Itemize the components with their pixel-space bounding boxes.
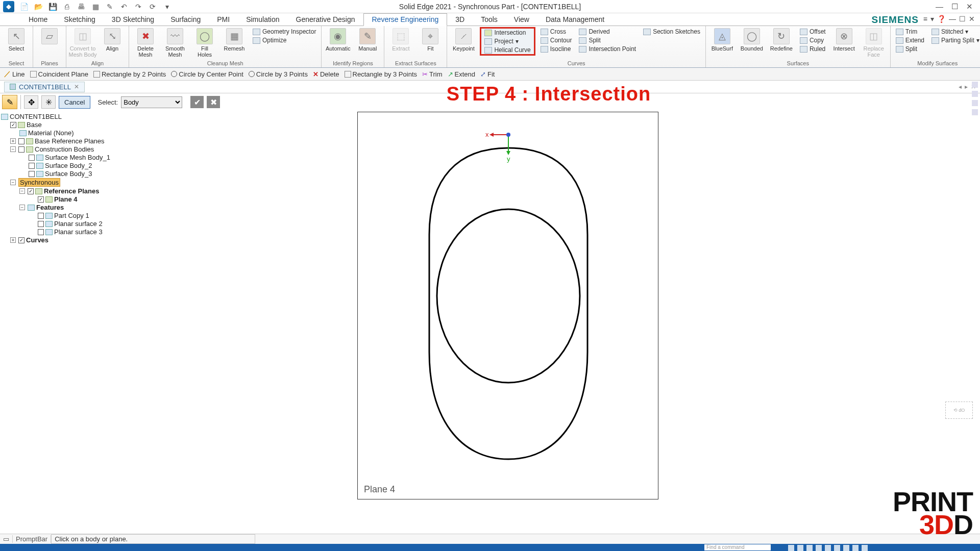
- helical-button[interactable]: Helical Curve: [482, 46, 532, 54]
- tab-simulation[interactable]: Simulation: [238, 14, 287, 26]
- checkbox[interactable]: [18, 138, 24, 144]
- delete-mesh-button[interactable]: ✖Delete Mesh: [132, 27, 159, 58]
- intersection-button[interactable]: Intersection: [482, 29, 532, 37]
- tab-sketching[interactable]: Sketching: [56, 14, 103, 26]
- undo-icon[interactable]: ↶: [119, 2, 129, 11]
- extend-surf-button[interactable]: Extend: [894, 36, 926, 44]
- tree-ps3[interactable]: Planar surface 3: [54, 228, 103, 236]
- checkbox[interactable]: [38, 213, 44, 219]
- checkbox[interactable]: [29, 155, 35, 161]
- project-button[interactable]: Project ▾: [482, 37, 532, 45]
- circle3-cmd[interactable]: Circle by 3 Points: [249, 70, 308, 78]
- checkbox[interactable]: ✓: [38, 196, 44, 203]
- expander-icon[interactable]: −: [10, 146, 16, 152]
- checkbox[interactable]: [29, 163, 35, 169]
- bluesurf-button[interactable]: ◬BlueSurf: [709, 27, 736, 52]
- tab-tools[interactable]: Tools: [473, 14, 506, 26]
- offset-button[interactable]: Offset: [798, 28, 828, 36]
- cmdbar-main-icon[interactable]: ✎: [2, 95, 17, 109]
- doc-tab-content1bell[interactable]: CONTENT1BELL ✕: [4, 82, 85, 92]
- trim-surf-button[interactable]: Trim: [894, 28, 926, 36]
- select-button[interactable]: ↖Select: [3, 27, 30, 52]
- tray-icon[interactable]: [825, 545, 831, 551]
- redo-icon[interactable]: ↷: [134, 2, 143, 11]
- rect2-cmd[interactable]: Rectangle by 2 Points: [93, 70, 166, 78]
- smooth-mesh-button[interactable]: 〰Smooth Mesh: [162, 27, 188, 58]
- expander-icon[interactable]: +: [10, 138, 16, 144]
- coincident-plane-cmd[interactable]: Coincident Plane: [30, 70, 88, 78]
- close-icon[interactable]: ✕: [966, 2, 973, 11]
- intersect-surf-button[interactable]: ⊗Intersect: [831, 27, 857, 52]
- extend-cmd[interactable]: ↗Extend: [448, 70, 475, 78]
- tree-sb3[interactable]: Surface Body_3: [45, 170, 92, 178]
- reject-button[interactable]: ✖: [207, 96, 220, 108]
- contour-button[interactable]: Contour: [538, 36, 574, 44]
- circle-center-cmd[interactable]: Circle by Center Point: [171, 70, 243, 78]
- checkbox[interactable]: [38, 221, 44, 227]
- line-cmd[interactable]: ／Line: [4, 69, 25, 79]
- checkbox[interactable]: [18, 146, 24, 153]
- refresh-icon[interactable]: ⟳: [148, 2, 157, 11]
- checkbox[interactable]: [29, 171, 35, 177]
- help-question-icon[interactable]: ❓: [937, 15, 946, 23]
- copy-button[interactable]: Copy: [798, 36, 828, 44]
- pathfinder-tree[interactable]: CONTENT1BELL ✓Base Material (None) +Base…: [0, 111, 117, 534]
- tree-baseref[interactable]: Base Reference Planes: [35, 137, 105, 145]
- bounded-button[interactable]: ◯Bounded: [739, 27, 765, 52]
- cmdbar-mode-icon[interactable]: ✳: [41, 95, 56, 109]
- tab-generative[interactable]: Generative Design: [288, 14, 363, 26]
- promptbar-icon[interactable]: ▭: [0, 535, 13, 543]
- tray-icon[interactable]: [806, 545, 813, 551]
- tree-constr[interactable]: Construction Bodies: [35, 145, 94, 153]
- tab-pmi[interactable]: PMI: [209, 14, 238, 26]
- doc-tab-close-icon[interactable]: ✕: [74, 83, 79, 90]
- remesh-button[interactable]: ▦Remesh: [221, 27, 248, 52]
- int-point-button[interactable]: Intersection Point: [577, 45, 638, 53]
- cmdbar-key-icon[interactable]: ✥: [24, 95, 38, 109]
- tree-refp[interactable]: Reference Planes: [44, 187, 99, 195]
- fit-button[interactable]: ⌖Fit: [417, 27, 444, 52]
- section-sketches-button[interactable]: Section Sketches: [641, 28, 702, 36]
- tab-nav-right-icon[interactable]: ▸: [965, 83, 968, 90]
- table-icon[interactable]: ▦: [91, 2, 100, 11]
- help-minimize-icon[interactable]: —: [949, 15, 956, 23]
- tray-icon[interactable]: [816, 545, 822, 551]
- expander-icon[interactable]: +: [10, 237, 16, 243]
- ruled-button[interactable]: Ruled: [798, 45, 828, 53]
- tray-icon[interactable]: [862, 545, 868, 551]
- checkbox[interactable]: ✓: [28, 188, 34, 194]
- optimize-button[interactable]: Optimize: [251, 36, 318, 44]
- tree-features[interactable]: Features: [36, 204, 64, 211]
- cross-button[interactable]: Cross: [538, 28, 574, 36]
- expander-icon[interactable]: −: [10, 180, 16, 185]
- open-icon[interactable]: 📂: [34, 2, 43, 11]
- expander-icon[interactable]: −: [19, 188, 25, 194]
- tray-icon[interactable]: [852, 545, 859, 551]
- maximize-icon[interactable]: ☐: [951, 2, 958, 11]
- tab-datamgmt[interactable]: Data Management: [537, 14, 612, 26]
- checkbox[interactable]: [38, 229, 44, 235]
- stitched-button[interactable]: Stitched ▾: [929, 28, 980, 36]
- fill-holes-button[interactable]: ◯Fill Holes: [191, 27, 218, 58]
- trim-cmd[interactable]: ✂Trim: [422, 70, 443, 78]
- planes-button[interactable]: ▱: [36, 27, 63, 52]
- tree-curves[interactable]: Curves: [26, 236, 48, 244]
- new-icon[interactable]: 📄: [19, 2, 29, 11]
- tree-ps2[interactable]: Planar surface 2: [54, 220, 103, 228]
- align-button[interactable]: ⤡Align: [99, 27, 126, 52]
- fit-cmd[interactable]: ⤢Fit: [480, 70, 495, 78]
- expander-icon[interactable]: −: [19, 205, 25, 210]
- checkbox[interactable]: ✓: [10, 122, 16, 128]
- delete-cmd[interactable]: ✕Delete: [313, 70, 339, 78]
- checkbox[interactable]: ✓: [18, 237, 24, 243]
- help-restore-icon[interactable]: ☐: [959, 15, 966, 23]
- tree-smb1[interactable]: Surface Mesh Body_1: [45, 154, 110, 161]
- help-caret-icon[interactable]: ▾: [930, 15, 934, 23]
- isocline-button[interactable]: Isocline: [538, 45, 574, 53]
- tab-reverse-eng[interactable]: Reverse Engineering: [363, 13, 448, 26]
- tab-home[interactable]: Home: [20, 14, 56, 26]
- tree-pc1[interactable]: Part Copy 1: [54, 212, 89, 219]
- graphics-canvas[interactable]: STEP 4 : Intersection x y Plane 4: [117, 111, 980, 534]
- tray-icon[interactable]: [834, 545, 840, 551]
- tray-icon[interactable]: [797, 545, 803, 551]
